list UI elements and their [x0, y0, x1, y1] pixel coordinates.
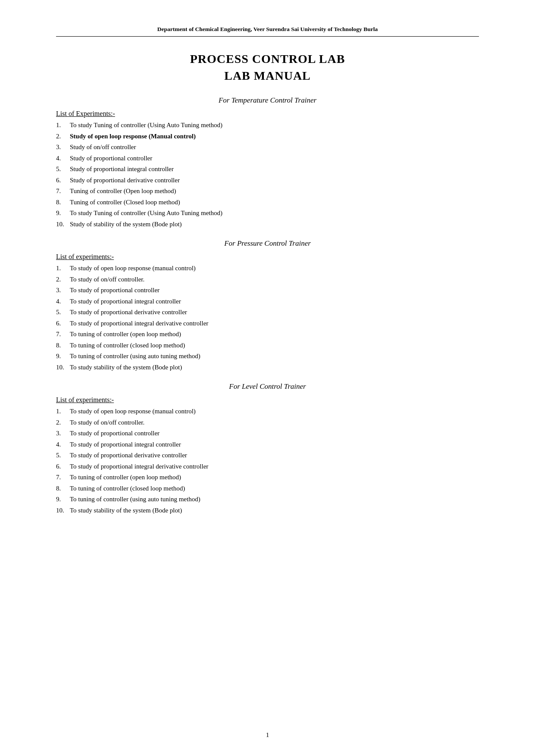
list-item-text: Study of on/off controller: [70, 142, 136, 152]
list-item: 6.To study of proportional integral deri…: [56, 462, 479, 472]
list-item: 10.Study of stability of the system (Bod…: [56, 219, 479, 229]
list-item-number: 8.: [56, 197, 70, 207]
list-item: 9.To tuning of controller (using auto tu…: [56, 494, 479, 504]
list-item-number: 1.: [56, 120, 70, 130]
page-header: Department of Chemical Engineering, Veer…: [56, 26, 479, 37]
list-item-text: To study Tuning of controller (Using Aut…: [70, 120, 222, 130]
list-item-number: 2.: [56, 131, 70, 141]
list-item-number: 5.: [56, 450, 70, 460]
list-item-text: To study of proportional integral deriva…: [70, 462, 208, 472]
list-item-number: 3.: [56, 142, 70, 152]
list-item-text: To tuning of controller (using auto tuni…: [70, 494, 200, 504]
experiment-list-1: 1.To study of open loop response (manual…: [56, 263, 479, 372]
title-line1: PROCESS CONTROL LAB: [56, 50, 479, 67]
list-item-text: To study of proportional integral deriva…: [70, 319, 208, 328]
list-item-text: To study Tuning of controller (Using Aut…: [70, 208, 222, 218]
list-item-number: 4.: [56, 440, 70, 450]
list-item: 2.Study of open loop response (Manual co…: [56, 131, 479, 141]
page-number: 1: [266, 731, 269, 739]
list-item: 5.Study of proportional integral control…: [56, 164, 479, 174]
list-item-text: Tuning of controller (Open loop method): [70, 186, 176, 196]
list-item: 7.Tuning of controller (Open loop method…: [56, 186, 479, 196]
list-item-text: Study of proportional derivative control…: [70, 175, 180, 185]
list-item-text: Study of open loop response (Manual cont…: [70, 131, 196, 141]
list-item-text: To tuning of controller (using auto tuni…: [70, 351, 200, 361]
section-1: For Pressure Control TrainerList of expe…: [56, 239, 479, 372]
section-subtitle-1: For Pressure Control Trainer: [56, 239, 479, 248]
main-title: PROCESS CONTROL LAB LAB MANUAL: [56, 50, 479, 84]
list-item-number: 5.: [56, 307, 70, 317]
list-item-number: 3.: [56, 428, 70, 438]
list-item-text: To study of proportional controller: [70, 285, 160, 295]
list-item-text: To study of on/off controller.: [70, 418, 144, 428]
list-item-text: To study stability of the system (Bode p…: [70, 362, 182, 372]
list-item: 1.To study of open loop response (manual…: [56, 406, 479, 416]
list-item-text: To study of open loop response (manual c…: [70, 406, 196, 416]
list-item: 4.To study of proportional integral cont…: [56, 297, 479, 306]
list-item: 6.To study of proportional integral deri…: [56, 319, 479, 328]
experiment-list-2: 1.To study of open loop response (manual…: [56, 406, 479, 515]
list-item: 2.To study of on/off controller.: [56, 418, 479, 428]
list-item-number: 6.: [56, 462, 70, 472]
list-item-text: To tuning of controller (closed loop met…: [70, 341, 185, 350]
list-item-text: Study of stability of the system (Bode p…: [70, 219, 182, 229]
list-item-number: 4.: [56, 153, 70, 163]
list-item: 10.To study stability of the system (Bod…: [56, 362, 479, 372]
list-item: 1.To study Tuning of controller (Using A…: [56, 120, 479, 130]
list-item: 3.To study of proportional controller: [56, 428, 479, 438]
list-item-text: To study of proportional derivative cont…: [70, 307, 187, 317]
title-line2: LAB MANUAL: [56, 67, 479, 84]
list-item-text: To study of open loop response (manual c…: [70, 263, 196, 273]
list-heading-2: List of experiments:-: [56, 396, 479, 404]
sections-container: For Temperature Control TrainerList of E…: [56, 96, 479, 515]
list-item-number: 7.: [56, 472, 70, 482]
list-item-number: 2.: [56, 275, 70, 284]
list-item-text: To tuning of controller (open loop metho…: [70, 472, 181, 482]
list-item-number: 9.: [56, 208, 70, 218]
list-heading-0: List of Experiments:-: [56, 110, 479, 118]
list-item: 4.Study of proportional controller: [56, 153, 479, 163]
header-text: Department of Chemical Engineering, Veer…: [157, 26, 378, 32]
list-item-text: To study stability of the system (Bode p…: [70, 506, 182, 515]
list-item-text: To study of proportional integral contro…: [70, 297, 181, 306]
section-subtitle-0: For Temperature Control Trainer: [56, 96, 479, 105]
list-heading-1: List of experiments:-: [56, 253, 479, 261]
list-item-number: 1.: [56, 406, 70, 416]
list-item-text: To study of proportional derivative cont…: [70, 450, 187, 460]
list-item-number: 9.: [56, 351, 70, 361]
list-item: 9.To tuning of controller (using auto tu…: [56, 351, 479, 361]
list-item: 10.To study stability of the system (Bod…: [56, 506, 479, 515]
list-item-text: To study of proportional integral contro…: [70, 440, 181, 450]
list-item: 1.To study of open loop response (manual…: [56, 263, 479, 273]
list-item-number: 9.: [56, 494, 70, 504]
list-item-text: To study of on/off controller.: [70, 275, 144, 284]
list-item-number: 7.: [56, 186, 70, 196]
list-item: 5.To study of proportional derivative co…: [56, 307, 479, 317]
section-2: For Level Control TrainerList of experim…: [56, 382, 479, 515]
list-item-number: 10.: [56, 219, 70, 229]
list-item: 7.To tuning of controller (open loop met…: [56, 329, 479, 339]
list-item-number: 8.: [56, 484, 70, 494]
list-item: 6.Study of proportional derivative contr…: [56, 175, 479, 185]
list-item-number: 8.: [56, 341, 70, 350]
list-item: 2.To study of on/off controller.: [56, 275, 479, 284]
list-item: 5.To study of proportional derivative co…: [56, 450, 479, 460]
section-0: For Temperature Control TrainerList of E…: [56, 96, 479, 229]
list-item-text: To study of proportional controller: [70, 428, 160, 438]
page: Department of Chemical Engineering, Veer…: [0, 0, 535, 756]
list-item: 4.To study of proportional integral cont…: [56, 440, 479, 450]
list-item-number: 10.: [56, 506, 70, 515]
list-item-text: To tuning of controller (open loop metho…: [70, 329, 181, 339]
list-item-number: 6.: [56, 319, 70, 328]
list-item-number: 7.: [56, 329, 70, 339]
list-item-text: Study of proportional controller: [70, 153, 152, 163]
list-item: 7.To tuning of controller (open loop met…: [56, 472, 479, 482]
list-item-number: 10.: [56, 362, 70, 372]
list-item-number: 4.: [56, 297, 70, 306]
list-item-number: 1.: [56, 263, 70, 273]
list-item-text: To tuning of controller (closed loop met…: [70, 484, 185, 494]
list-item-number: 5.: [56, 164, 70, 174]
list-item: 8.To tuning of controller (closed loop m…: [56, 341, 479, 350]
list-item: 8.Tuning of controller (Closed loop meth…: [56, 197, 479, 207]
list-item-text: Study of proportional integral controlle…: [70, 164, 174, 174]
